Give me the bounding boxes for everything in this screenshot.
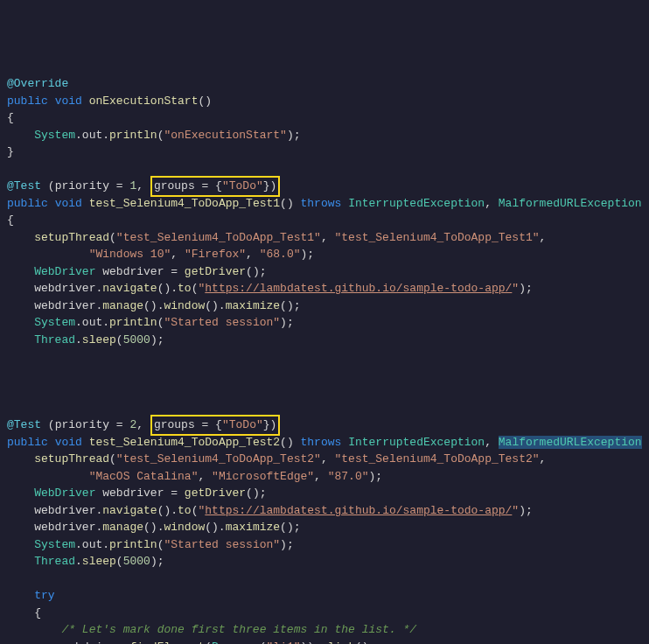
code-line: Thread.sleep(5000); bbox=[7, 332, 642, 349]
code-line: WebDriver webdriver = getDriver(); bbox=[7, 485, 642, 502]
highlight-box: groups = {"ToDo"}) bbox=[150, 176, 280, 197]
code-line: public void onExecutionStart() bbox=[7, 93, 642, 110]
code-line: webdriver.findElement(By.name("li1")).cl… bbox=[7, 639, 642, 645]
code-line: @Override bbox=[7, 75, 642, 93]
blank-line bbox=[7, 366, 642, 383]
code-line: /* Let's mark done first three items in … bbox=[7, 621, 642, 639]
code-line: try bbox=[7, 587, 642, 605]
code-line: public void test_Selenium4_ToDoApp_Test2… bbox=[7, 434, 642, 452]
code-line: } bbox=[7, 144, 642, 161]
code-line: System.out.println("onExecutionStart"); bbox=[7, 127, 642, 144]
code-line: webdriver.manage().window().maximize(); bbox=[7, 298, 642, 315]
code-line: webdriver.navigate().to("https://lambdat… bbox=[7, 502, 642, 520]
code-line: webdriver.navigate().to("https://lambdat… bbox=[7, 280, 642, 298]
code-line: System.out.println("Started session"); bbox=[7, 314, 642, 332]
code-line: "MacOS Catalina", "MicrosoftEdge", "87.0… bbox=[7, 468, 642, 486]
annotation: @Override bbox=[7, 77, 68, 90]
code-line: { bbox=[7, 605, 642, 622]
code-line: setupThread("test_Selenium4_ToDoApp_Test… bbox=[7, 451, 642, 468]
code-line: System.out.println("Started session"); bbox=[7, 536, 642, 554]
blank-line bbox=[7, 161, 642, 178]
code-line: webdriver.manage().window().maximize(); bbox=[7, 519, 642, 536]
code-line: "Windows 10", "Firefox", "68.0"); bbox=[7, 246, 642, 263]
blank-line bbox=[7, 400, 642, 417]
blank-line bbox=[7, 570, 642, 588]
code-line: @Test (priority = 2, groups = {"ToDo"}) bbox=[7, 416, 642, 434]
code-line: @Test (priority = 1, groups = {"ToDo"}) bbox=[7, 178, 642, 195]
code-line: setupThread("test_Selenium4_ToDoApp_Test… bbox=[7, 229, 642, 247]
blank-line bbox=[7, 348, 642, 366]
code-line: { bbox=[7, 109, 642, 127]
code-line: Thread.sleep(5000); bbox=[7, 553, 642, 570]
selected-text: MalformedURLException bbox=[499, 436, 642, 449]
code-editor[interactable]: @Overridepublic void onExecutionStart(){… bbox=[7, 75, 642, 644]
highlight-box: groups = {"ToDo"}) bbox=[150, 415, 280, 436]
blank-line bbox=[7, 382, 642, 400]
code-line: WebDriver webdriver = getDriver(); bbox=[7, 263, 642, 281]
code-line: { bbox=[7, 212, 642, 229]
code-line: public void test_Selenium4_ToDoApp_Test1… bbox=[7, 195, 642, 213]
